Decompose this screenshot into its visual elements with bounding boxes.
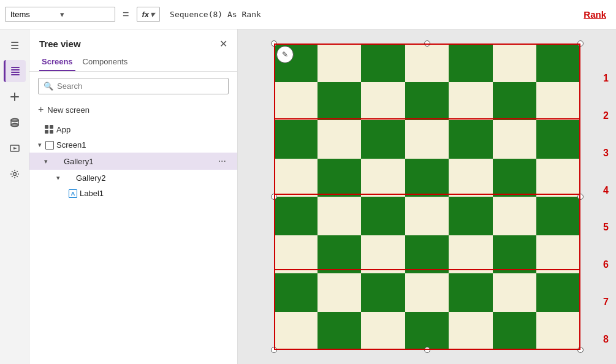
fx-caret-icon: ▾ [150, 10, 154, 19]
row-num-6: 6 [603, 260, 609, 270]
checkerboard-cell [318, 82, 361, 121]
svg-rect-2 [11, 67, 20, 68]
sidebar-item-layers[interactable] [4, 60, 26, 82]
checkerboard-cell [318, 44, 361, 82]
svg-rect-13 [50, 125, 53, 129]
checkerboard-cell [493, 44, 536, 82]
new-screen-plus-icon: + [38, 104, 44, 115]
checkerboard-cell [536, 312, 580, 351]
checkerboard-cell [361, 44, 405, 82]
checkerboard-cell [493, 312, 536, 351]
checkerboard-cell [449, 44, 492, 82]
checkerboard-cell [536, 235, 580, 274]
checkerboard-cell [405, 197, 449, 235]
tree-content: App ▾ Screen1 ▾ Gallery1 ··· ▾ Gallery2 [29, 119, 237, 364]
checkerboard-cell [493, 273, 536, 312]
plus-icon [9, 91, 20, 102]
canvas-area[interactable]: ✎ 1 2 3 4 5 6 7 8 [238, 29, 616, 364]
dropdown-arrow-icon: ▾ [60, 10, 110, 19]
checkerboard-cell [274, 159, 318, 197]
gallery1-icon [51, 156, 61, 166]
checkerboard-cell [361, 235, 405, 274]
new-screen-button[interactable]: + New screen [29, 100, 237, 119]
top-bar: Items ▾ = fx ▾ Sequence(8) As Rank Rank [0, 0, 616, 29]
edit-icon[interactable]: ✎ [276, 46, 294, 63]
checkerboard-cell [493, 120, 536, 159]
search-input[interactable] [57, 82, 223, 91]
main-layout: ☰ [0, 29, 616, 364]
formula-bar[interactable]: Sequence(8) As Rank [165, 7, 579, 21]
tree-item-screen1[interactable]: ▾ Screen1 [29, 137, 237, 153]
checkerboard-cell [274, 312, 318, 351]
checkerboard-cell [405, 159, 449, 197]
tree-item-label1[interactable]: A Label1 [29, 186, 237, 201]
gallery2-caret-icon: ▾ [56, 174, 60, 182]
handle-top-center[interactable] [424, 40, 430, 47]
row-num-4: 4 [603, 186, 609, 195]
row-num-3: 3 [603, 148, 609, 158]
checkerboard-cell [449, 273, 492, 312]
wrench-icon [9, 169, 20, 180]
checkerboard-cell [361, 82, 405, 121]
checkerboard-cell [318, 197, 361, 235]
handle-middle-left[interactable] [271, 194, 277, 200]
checkerboard-cell [449, 312, 492, 351]
tree-item-app[interactable]: App [29, 121, 237, 137]
checkerboard-cell [536, 159, 580, 197]
checkerboard-grid [274, 44, 580, 350]
svg-rect-15 [50, 130, 53, 134]
screen1-caret-icon: ▾ [38, 141, 42, 149]
tree-item-gallery1[interactable]: ▾ Gallery1 ··· [29, 153, 237, 170]
tab-components[interactable]: Components [80, 53, 131, 71]
checkerboard-cell [493, 159, 536, 197]
checkerboard-cell [536, 120, 580, 159]
items-dropdown-label: Items [10, 10, 60, 19]
checkerboard-cell [449, 197, 492, 235]
tree-close-button[interactable]: ✕ [219, 38, 227, 50]
checkerboard-cell [274, 235, 318, 274]
sidebar-item-hamburger[interactable]: ☰ [4, 34, 26, 56]
row-num-5: 5 [603, 222, 609, 232]
search-icon: 🔍 [44, 82, 53, 91]
row-num-8: 8 [603, 335, 609, 344]
gallery1-more-button[interactable]: ··· [216, 156, 229, 167]
checkerboard-container: ✎ [274, 44, 580, 350]
fx-button[interactable]: fx ▾ [137, 7, 161, 22]
screen1-label: Screen1 [56, 140, 229, 150]
checkerboard-cell [405, 312, 449, 351]
handle-top-left[interactable] [271, 40, 277, 47]
row-num-1: 1 [603, 74, 609, 83]
svg-rect-12 [45, 125, 48, 129]
checkerboard-cell [274, 273, 318, 312]
checkerboard-cell [405, 235, 449, 274]
gallery2-icon [64, 173, 74, 183]
rank-label: Rank [584, 9, 606, 20]
checkerboard-cell [361, 197, 405, 235]
screen-icon [45, 141, 54, 150]
handle-bottom-left[interactable] [271, 347, 277, 353]
checkerboard-cell [536, 197, 580, 235]
handle-top-right[interactable] [577, 40, 584, 47]
checkerboard-cell [405, 120, 449, 159]
row-num-2: 2 [603, 111, 609, 121]
handle-bottom-center[interactable] [424, 347, 430, 353]
fx-label: fx [142, 10, 150, 19]
sidebar-item-settings[interactable] [4, 163, 26, 185]
items-dropdown[interactable]: Items ▾ [5, 7, 115, 22]
gallery1-label: Gallery1 [64, 157, 213, 166]
equals-button[interactable]: = [120, 8, 132, 21]
sidebar-item-media[interactable] [4, 137, 26, 159]
checkerboard-cell [361, 159, 405, 197]
svg-marker-10 [13, 147, 17, 150]
handle-bottom-right[interactable] [577, 347, 584, 353]
sidebar-item-add[interactable] [4, 86, 26, 108]
checkerboard-cell [318, 273, 361, 312]
tab-screens[interactable]: Screens [39, 53, 75, 71]
checkerboard-cell [405, 273, 449, 312]
checkerboard-cell [449, 120, 492, 159]
sidebar-item-data[interactable] [4, 112, 26, 134]
svg-rect-0 [11, 69, 20, 70]
tree-item-gallery2[interactable]: ▾ Gallery2 [29, 170, 237, 186]
checkerboard-cell [274, 197, 318, 235]
handle-middle-right[interactable] [577, 194, 584, 200]
